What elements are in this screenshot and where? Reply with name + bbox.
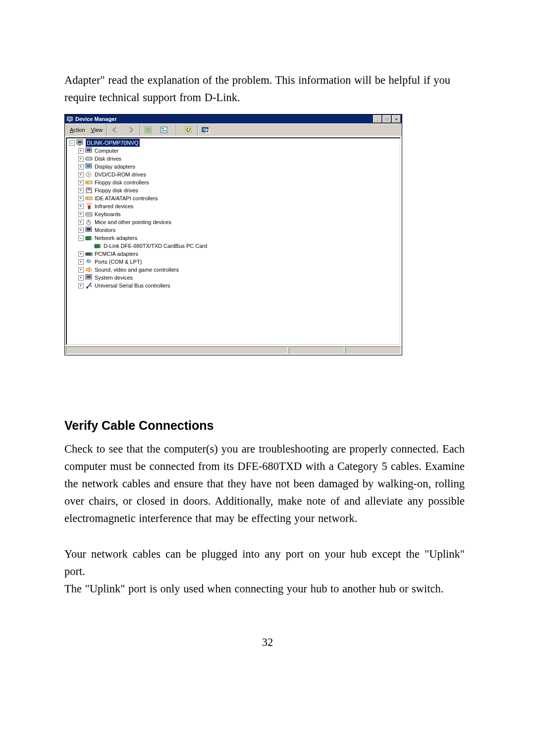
- svg-rect-4: [146, 128, 150, 129]
- infrared-icon: [85, 203, 93, 210]
- menu-view[interactable]: View: [91, 127, 103, 133]
- svg-rect-47: [91, 253, 92, 255]
- tree-item[interactable]: System devices: [67, 274, 400, 282]
- tree-item-label: Floppy disk controllers: [95, 178, 149, 186]
- svg-rect-50: [87, 276, 91, 278]
- tree-item[interactable]: Keyboards: [67, 210, 400, 218]
- floppy-icon: [85, 187, 93, 194]
- svg-rect-29: [88, 188, 90, 190]
- tree-item[interactable]: Mice and other pointing devices: [67, 218, 400, 226]
- page-number: 32: [0, 636, 535, 649]
- tree-item-label: Display adapters: [95, 163, 135, 171]
- tree-item-label: IDE ATA/ATAPI controllers: [95, 194, 158, 202]
- svg-point-25: [88, 174, 90, 175]
- svg-rect-27: [87, 182, 88, 183]
- tree-item[interactable]: Disk drives: [67, 155, 400, 163]
- titlebar: Device Manager _ □ ×: [65, 115, 402, 123]
- section-heading: Verify Cable Connections: [64, 418, 214, 433]
- svg-rect-45: [100, 245, 102, 247]
- svg-rect-10: [185, 127, 191, 133]
- dvd-icon: [85, 171, 93, 178]
- computer-icon: [76, 139, 84, 146]
- svg-rect-5: [146, 130, 150, 131]
- paragraph: Check to see that the computer(s) you ar…: [64, 441, 465, 527]
- tree-item[interactable]: Ports (COM & LPT): [67, 258, 400, 266]
- tree-item-label: Ports (COM & LPT): [95, 258, 142, 266]
- tree-item-label: Sound, video and game controllers: [95, 266, 179, 274]
- tree-item[interactable]: Sound, video and game controllers: [67, 266, 400, 274]
- svg-line-14: [209, 132, 210, 133]
- statusbar: [65, 346, 401, 354]
- svg-rect-37: [90, 214, 91, 215]
- tree-item-label: DVD/CD-ROM drives: [95, 171, 146, 178]
- tree-root[interactable]: DLINK-OPMP70NVQ: [67, 139, 400, 147]
- svg-rect-17: [79, 145, 81, 146]
- svg-rect-2: [69, 121, 71, 122]
- svg-rect-44: [95, 244, 100, 248]
- usb-icon: [85, 282, 93, 289]
- svg-rect-3: [145, 127, 151, 133]
- tree-item-label: Network adapters: [95, 234, 137, 242]
- tree-item[interactable]: Infrared devices: [67, 202, 400, 210]
- window-title: Device Manager: [75, 116, 371, 122]
- app-icon: [66, 116, 73, 122]
- svg-rect-32: [87, 198, 88, 199]
- text-line: The "Uplink" port is only used when conn…: [64, 582, 443, 595]
- refresh-icon[interactable]: [183, 125, 193, 135]
- tree-item-label: PCMCIA adapters: [95, 250, 138, 258]
- system-icon: [85, 274, 93, 281]
- svg-rect-41: [87, 228, 91, 231]
- tree-item-label: Infrared devices: [95, 202, 133, 210]
- tree-item[interactable]: D-Link DFE-680TX/TXD CardBus PC Card: [67, 242, 400, 250]
- network-adapter-icon: [85, 234, 93, 241]
- svg-rect-35: [87, 214, 88, 215]
- paragraph: Your network cables can be plugged into …: [64, 546, 465, 598]
- display-icon: [85, 163, 93, 170]
- tree-item-label: System devices: [95, 274, 133, 282]
- tree-item[interactable]: Floppy disk controllers: [67, 178, 400, 186]
- close-button[interactable]: ×: [392, 115, 401, 123]
- text-line: Adapter" read the explanation of the pro…: [64, 74, 450, 86]
- properties-icon[interactable]: [159, 125, 169, 135]
- tree-item[interactable]: Display adapters: [67, 163, 400, 171]
- device-manager-window: Device Manager _ □ × Action View: [64, 114, 402, 355]
- tree-item[interactable]: Floppy disk drives: [67, 186, 400, 194]
- tree-item-label: Disk drives: [95, 155, 121, 163]
- svg-rect-36: [88, 214, 89, 215]
- menu-action[interactable]: Action: [70, 127, 85, 133]
- disk-icon: [85, 155, 93, 162]
- tree-item[interactable]: Monitors: [67, 226, 400, 234]
- maximize-button[interactable]: □: [382, 115, 391, 123]
- status-cell: [345, 347, 401, 354]
- tree-item-label: Mice and other pointing devices: [95, 218, 171, 226]
- show-hide-icon[interactable]: [143, 125, 153, 135]
- tree-item-label: Keyboards: [95, 210, 121, 218]
- controller-icon: [85, 179, 93, 186]
- svg-rect-43: [91, 237, 93, 239]
- text-line: require technical support from D-Link.: [64, 91, 240, 104]
- tree-item-label: D-Link DFE-680TX/TXD CardBus PC Card: [104, 242, 207, 250]
- svg-rect-55: [91, 286, 92, 287]
- tree-item-label: DLINK-OPMP70NVQ: [86, 139, 140, 147]
- toolbar: Action View: [65, 123, 402, 136]
- device-tree: DLINK-OPMP70NVQ Computer Disk drives Dis…: [66, 137, 401, 345]
- back-icon[interactable]: [110, 125, 120, 135]
- network-adapter-icon: [94, 242, 102, 249]
- tree-item[interactable]: DVD/CD-ROM drives: [67, 171, 400, 178]
- svg-rect-26: [86, 181, 92, 184]
- tree-item[interactable]: IDE ATA/ATAPI controllers: [67, 194, 400, 202]
- forward-icon[interactable]: [126, 125, 136, 135]
- tree-item[interactable]: PCMCIA adapters: [67, 250, 400, 258]
- tree-item[interactable]: Universal Serial Bus controllers: [67, 282, 400, 290]
- scan-hardware-icon[interactable]: [201, 125, 211, 135]
- svg-rect-8: [162, 130, 166, 130]
- svg-rect-9: [162, 131, 166, 131]
- tree-item[interactable]: Network adapters: [67, 234, 400, 242]
- tree-item[interactable]: Computer: [67, 147, 400, 155]
- svg-point-53: [90, 283, 92, 285]
- svg-rect-19: [87, 149, 91, 151]
- svg-rect-42: [86, 236, 91, 240]
- svg-rect-30: [87, 191, 91, 192]
- minimize-button[interactable]: _: [373, 115, 382, 123]
- keyboard-icon: [85, 211, 93, 218]
